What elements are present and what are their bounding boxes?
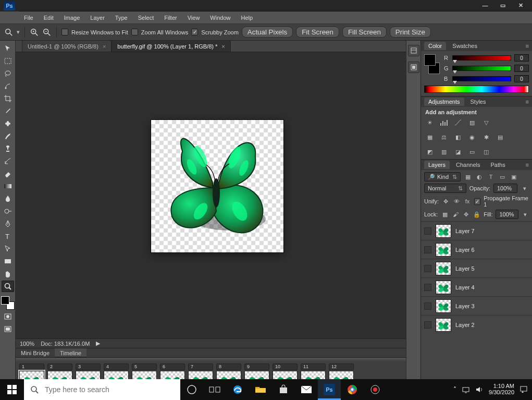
taskbar-clock[interactable]: 1:10 AM 9/30/2020 — [489, 383, 514, 395]
exposure-icon[interactable]: ▨ — [467, 118, 477, 127]
status-play-icon[interactable]: ▶ — [96, 340, 100, 347]
move-tool-icon[interactable] — [2, 43, 14, 54]
timeline-tab[interactable]: Timeline — [55, 348, 86, 358]
unify-style-icon[interactable]: fx — [464, 197, 472, 205]
path-select-tool-icon[interactable] — [2, 243, 14, 254]
filter-shape-icon[interactable]: ▭ — [498, 173, 506, 181]
brightness-icon[interactable]: ☀ — [425, 118, 435, 127]
file-explorer-icon[interactable] — [249, 379, 272, 400]
tray-chevron-icon[interactable]: ˄ — [453, 386, 456, 393]
lock-all-icon[interactable]: 🔒 — [473, 210, 481, 219]
document-canvas[interactable] — [151, 120, 283, 252]
actual-pixels-button[interactable]: Actual Pixels — [242, 27, 293, 38]
fill-screen-button[interactable]: Fill Screen — [342, 27, 387, 38]
photoshop-taskbar-icon[interactable]: Ps — [318, 379, 341, 400]
eyedropper-tool-icon[interactable] — [2, 105, 14, 117]
eraser-tool-icon[interactable] — [2, 168, 14, 179]
layer-row[interactable]: Layer 7 — [421, 221, 532, 240]
vibrance-icon[interactable]: ▽ — [481, 118, 491, 127]
spectrum-picker[interactable] — [424, 86, 529, 93]
edge-icon[interactable] — [226, 379, 249, 400]
channels-tab[interactable]: Channels — [452, 161, 484, 169]
layer-row[interactable]: Layer 4 — [421, 277, 532, 296]
brush-tool-icon[interactable] — [2, 130, 14, 142]
gradient-map-icon[interactable]: ▭ — [467, 148, 477, 156]
bw-icon[interactable]: ◧ — [453, 133, 463, 141]
filter-pixel-icon[interactable]: ▦ — [464, 173, 472, 181]
canvas-viewport[interactable] — [16, 52, 406, 338]
resize-windows-checkbox[interactable]: Resize Windows to Fit — [61, 29, 128, 35]
opacity-input[interactable]: 100% — [493, 184, 517, 193]
zoom-in-icon[interactable] — [30, 28, 39, 37]
layer-visibility-toggle[interactable] — [424, 246, 431, 253]
menu-layer[interactable]: Layer — [85, 13, 110, 23]
chrome-icon[interactable] — [341, 379, 364, 400]
b-value[interactable]: 0 — [514, 75, 529, 82]
quick-mask-icon[interactable] — [2, 311, 14, 322]
close-tab-icon[interactable]: × — [103, 43, 106, 50]
tool-preset-dropdown-icon[interactable]: ▾ — [17, 29, 20, 35]
g-slider[interactable] — [452, 66, 511, 71]
invert-icon[interactable]: ◩ — [425, 148, 435, 156]
scrubby-zoom-checkbox[interactable]: Scrubby Zoom — [191, 29, 239, 35]
mini-bridge-tab[interactable]: Mini Bridge — [16, 348, 55, 358]
gradient-tool-icon[interactable] — [2, 180, 14, 192]
cortana-icon[interactable] — [180, 379, 203, 400]
selective-color-icon[interactable]: ◫ — [481, 148, 491, 156]
b-slider[interactable] — [452, 76, 511, 81]
task-view-icon[interactable] — [203, 379, 226, 400]
propagate-frame-checkbox[interactable]: Propagate Frame 1 — [474, 195, 529, 208]
heal-tool-icon[interactable] — [2, 118, 14, 129]
zoom-value[interactable]: 100% — [20, 341, 34, 347]
paths-tab[interactable]: Paths — [487, 161, 510, 169]
history-panel-icon[interactable] — [408, 45, 419, 56]
fill-input[interactable]: 100% — [496, 210, 518, 219]
threshold-icon[interactable]: ◪ — [453, 148, 463, 156]
adjustments-tab[interactable]: Adjustments — [424, 98, 464, 106]
unify-visibility-icon[interactable]: 👁 — [453, 197, 461, 205]
swatches-tab[interactable]: Swatches — [448, 42, 481, 50]
menu-select[interactable]: Select — [133, 13, 159, 23]
filter-type-icon[interactable]: T — [487, 173, 495, 181]
minimize-button[interactable]: — — [480, 3, 490, 9]
hue-icon[interactable]: ▦ — [425, 133, 435, 141]
layers-tab[interactable]: Layers — [424, 161, 450, 169]
zoom-all-checkbox[interactable]: Zoom All Windows — [131, 29, 188, 35]
quick-select-tool-icon[interactable] — [2, 80, 14, 92]
layer-row[interactable]: Layer 5 — [421, 259, 532, 277]
menu-type[interactable]: Type — [110, 13, 133, 23]
layer-visibility-toggle[interactable] — [424, 284, 431, 291]
zoom-tool-icon[interactable] — [4, 28, 14, 37]
crop-tool-icon[interactable] — [2, 93, 14, 104]
blur-tool-icon[interactable] — [2, 193, 14, 204]
doc-tab-butterfly[interactable]: butterfly.gif @ 100% (Layer 1, RGB/8) * … — [112, 40, 230, 52]
fill-dropdown-icon[interactable]: ▾ — [522, 210, 529, 219]
curves-icon[interactable] — [453, 118, 463, 127]
screen-mode-icon[interactable] — [2, 323, 14, 335]
menu-help[interactable]: Help — [236, 13, 258, 23]
lock-transparent-icon[interactable]: ▩ — [441, 210, 449, 219]
stamp-tool-icon[interactable] — [2, 143, 14, 154]
channel-mixer-icon[interactable]: ✱ — [481, 133, 491, 141]
zoom-tool-button-icon[interactable] — [2, 281, 14, 292]
styles-tab[interactable]: Styles — [466, 98, 490, 106]
layer-filter-dropdown[interactable]: 🔎 Kind⇅ — [424, 172, 461, 181]
taskbar-search[interactable] — [24, 379, 180, 400]
menu-image[interactable]: Image — [59, 13, 85, 23]
g-value[interactable]: 0 — [514, 65, 529, 72]
lasso-tool-icon[interactable] — [2, 68, 14, 79]
dodge-tool-icon[interactable] — [2, 205, 14, 217]
doc-tab-untitled[interactable]: Untitled-1 @ 100% (RGB/8) × — [22, 40, 112, 52]
layer-row[interactable]: Layer 2 — [421, 315, 532, 334]
blend-mode-dropdown[interactable]: Normal⇅ — [424, 184, 466, 193]
hand-tool-icon[interactable] — [2, 268, 14, 280]
tray-volume-icon[interactable] — [475, 386, 484, 393]
menu-view[interactable]: View — [182, 13, 205, 23]
menu-edit[interactable]: Edit — [39, 13, 59, 23]
layer-visibility-toggle[interactable] — [424, 302, 431, 310]
type-tool-icon[interactable]: T — [2, 231, 14, 242]
color-lookup-icon[interactable]: ▤ — [496, 133, 505, 141]
tray-network-icon[interactable] — [462, 386, 470, 393]
layer-visibility-toggle[interactable] — [424, 265, 431, 272]
marquee-tool-icon[interactable] — [2, 55, 14, 67]
